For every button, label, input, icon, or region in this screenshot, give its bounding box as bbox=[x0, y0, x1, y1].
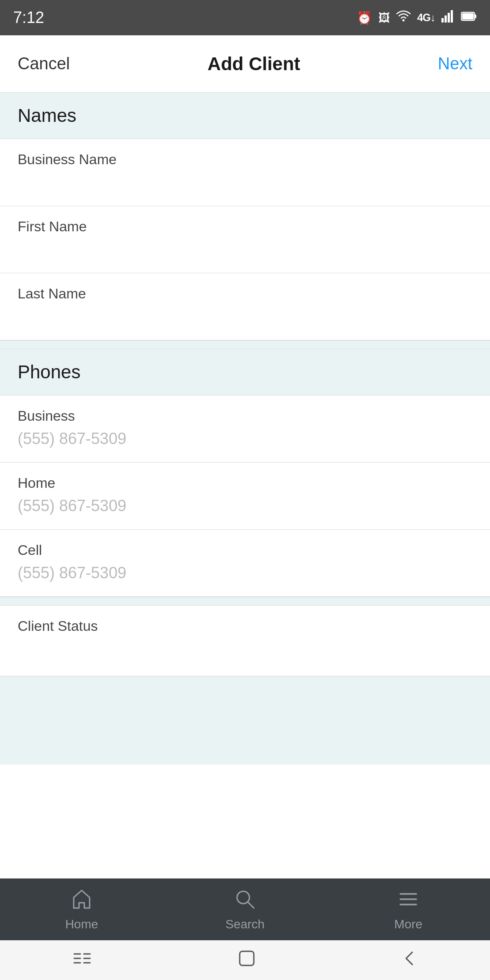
nav-item-more[interactable]: More bbox=[327, 888, 490, 931]
svg-line-9 bbox=[248, 902, 254, 908]
battery-icon bbox=[461, 11, 477, 25]
phones-section-title: Phones bbox=[18, 362, 80, 382]
nav-bar: Cancel Add Client Next bbox=[0, 35, 490, 93]
names-section-title: Names bbox=[18, 105, 76, 126]
bottom-filler bbox=[0, 676, 490, 765]
last-name-label: Last Name bbox=[18, 286, 472, 302]
first-name-field: First Name bbox=[0, 206, 490, 273]
svg-rect-19 bbox=[240, 951, 254, 965]
last-name-field: Last Name bbox=[0, 273, 490, 340]
cancel-button[interactable]: Cancel bbox=[18, 54, 70, 73]
status-bar: 7:12 ⏰ 🖼 4G↓ bbox=[0, 0, 490, 35]
client-status-input[interactable] bbox=[18, 640, 472, 658]
svg-rect-1 bbox=[441, 18, 444, 23]
cell-phone-input[interactable] bbox=[18, 564, 472, 582]
home-phone-label: Home bbox=[18, 475, 472, 491]
wifi-icon bbox=[396, 10, 411, 26]
business-phone-label: Business bbox=[18, 408, 472, 424]
business-name-label: Business Name bbox=[18, 151, 472, 168]
signal-bars-icon bbox=[441, 10, 455, 26]
section-spacer-1 bbox=[0, 340, 490, 349]
home-icon bbox=[70, 888, 93, 914]
system-nav bbox=[0, 940, 490, 980]
cell-phone-field: Cell bbox=[0, 530, 490, 597]
alarm-icon: ⏰ bbox=[357, 11, 372, 25]
content-area: Names Business Name First Name Last Name… bbox=[0, 93, 490, 878]
business-phone-input[interactable] bbox=[18, 430, 472, 448]
svg-rect-6 bbox=[475, 15, 476, 18]
svg-rect-4 bbox=[451, 10, 453, 23]
next-button[interactable]: Next bbox=[438, 54, 472, 73]
last-name-input[interactable] bbox=[18, 307, 472, 326]
names-section-header: Names bbox=[0, 93, 490, 139]
recent-apps-button[interactable] bbox=[72, 950, 92, 970]
home-phone-field: Home bbox=[0, 463, 490, 530]
cell-phone-label: Cell bbox=[18, 542, 472, 558]
svg-rect-2 bbox=[445, 15, 447, 23]
4g-icon: 4G↓ bbox=[417, 11, 435, 24]
client-status-field: Client Status bbox=[0, 606, 490, 676]
business-name-input[interactable] bbox=[18, 173, 472, 192]
status-time: 7:12 bbox=[13, 8, 44, 27]
business-name-field: Business Name bbox=[0, 139, 490, 206]
svg-rect-3 bbox=[448, 13, 450, 23]
page-title: Add Client bbox=[207, 53, 300, 75]
bottom-nav: Home Search More bbox=[0, 878, 490, 940]
svg-point-0 bbox=[402, 19, 404, 21]
first-name-label: First Name bbox=[18, 219, 472, 235]
svg-rect-7 bbox=[462, 13, 474, 19]
search-icon bbox=[234, 888, 256, 914]
system-back-button[interactable] bbox=[402, 949, 418, 972]
business-phone-field: Business bbox=[0, 396, 490, 463]
system-home-button[interactable] bbox=[237, 949, 256, 972]
home-phone-input[interactable] bbox=[18, 497, 472, 515]
photo-icon: 🖼 bbox=[378, 11, 390, 25]
nav-item-home[interactable]: Home bbox=[0, 888, 163, 931]
status-icons: ⏰ 🖼 4G↓ bbox=[357, 10, 477, 26]
more-icon bbox=[397, 888, 420, 914]
first-name-input[interactable] bbox=[18, 240, 472, 259]
nav-home-label: Home bbox=[65, 917, 98, 931]
nav-item-search[interactable]: Search bbox=[163, 888, 327, 931]
client-status-label: Client Status bbox=[18, 618, 472, 634]
nav-search-label: Search bbox=[226, 917, 265, 931]
nav-more-label: More bbox=[394, 917, 422, 931]
section-spacer-2 bbox=[0, 597, 490, 606]
phones-section-header: Phones bbox=[0, 349, 490, 396]
